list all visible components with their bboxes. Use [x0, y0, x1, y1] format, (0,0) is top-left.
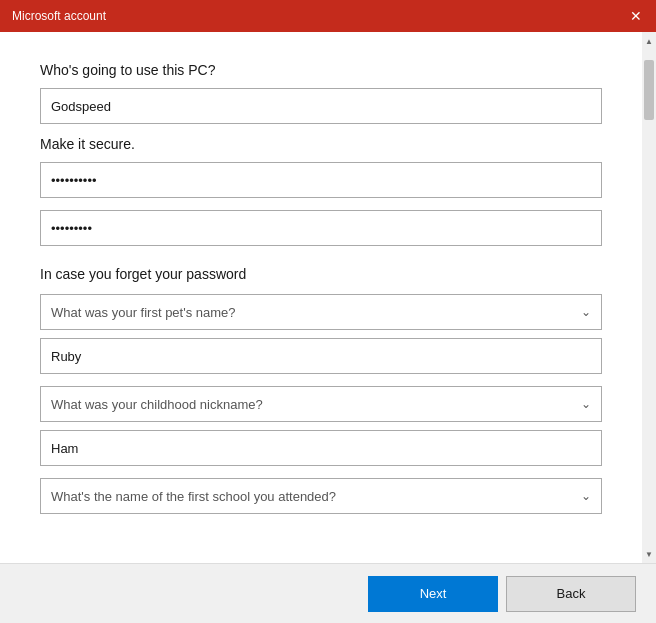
- confirm-password-input[interactable]: [40, 210, 602, 246]
- security-question-1-text: What was your first pet's name?: [51, 305, 236, 320]
- security-question-1-dropdown[interactable]: What was your first pet's name? ⌄: [40, 294, 602, 330]
- scrollbar: ▲ ▼: [642, 32, 656, 563]
- security-answer-2-input[interactable]: [40, 430, 602, 466]
- security-section: In case you forget your password What wa…: [40, 266, 602, 514]
- security-question-2-text: What was your childhood nickname?: [51, 397, 263, 412]
- chevron-down-icon-2: ⌄: [581, 397, 591, 411]
- close-icon: ✕: [630, 8, 642, 24]
- back-button[interactable]: Back: [506, 576, 636, 612]
- forgot-label: In case you forget your password: [40, 266, 602, 282]
- chevron-down-icon-1: ⌄: [581, 305, 591, 319]
- who-label: Who's going to use this PC?: [40, 62, 602, 78]
- scroll-thumb[interactable]: [644, 60, 654, 120]
- chevron-down-icon-3: ⌄: [581, 489, 591, 503]
- window-title: Microsoft account: [12, 9, 106, 23]
- security-question-2-dropdown[interactable]: What was your childhood nickname? ⌄: [40, 386, 602, 422]
- security-question-3-text: What's the name of the first school you …: [51, 489, 336, 504]
- username-input[interactable]: [40, 88, 602, 124]
- security-question-3-dropdown[interactable]: What's the name of the first school you …: [40, 478, 602, 514]
- password-section: Make it secure.: [40, 136, 602, 258]
- next-button[interactable]: Next: [368, 576, 498, 612]
- username-section: Who's going to use this PC?: [40, 62, 602, 136]
- scroll-track: [642, 50, 656, 545]
- scroll-up-button[interactable]: ▲: [642, 32, 656, 50]
- password-input[interactable]: [40, 162, 602, 198]
- title-bar: Microsoft account ✕: [0, 0, 656, 32]
- window: Microsoft account ✕ Who's going to use t…: [0, 0, 656, 623]
- close-button[interactable]: ✕: [624, 4, 648, 28]
- footer: Next Back: [0, 563, 656, 623]
- make-secure-label: Make it secure.: [40, 136, 602, 152]
- security-answer-1-input[interactable]: [40, 338, 602, 374]
- content-area: Who's going to use this PC? Make it secu…: [0, 32, 656, 563]
- main-content: Who's going to use this PC? Make it secu…: [0, 32, 642, 563]
- scroll-down-button[interactable]: ▼: [642, 545, 656, 563]
